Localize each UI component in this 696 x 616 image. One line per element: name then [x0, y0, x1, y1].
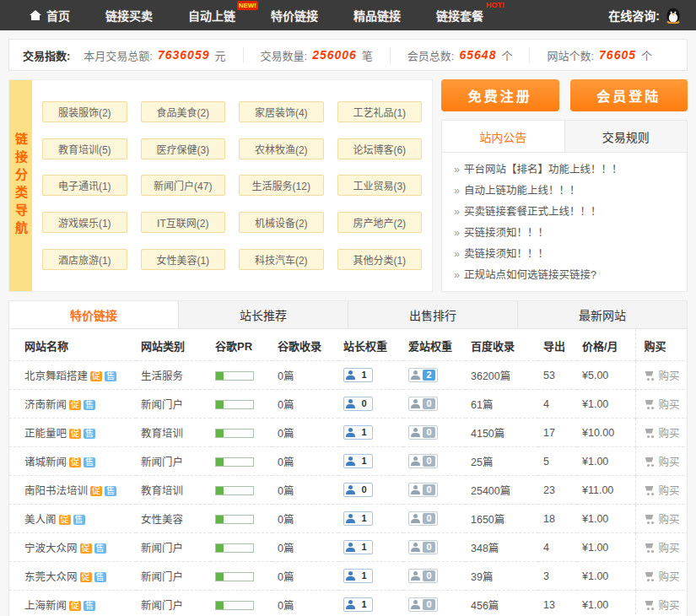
announcement-text: 平台网站【排名】功能上线！！！: [464, 164, 623, 176]
site-name-link[interactable]: 东莞大众网: [24, 571, 78, 583]
table-row: 宁波大众网促售 新闻门户 0篇 1 0 348篇 4 ¥1.00 购买: [9, 533, 688, 562]
announcement-item[interactable]: »买卖链接套餐正式上线！！！: [454, 202, 675, 223]
person-icon: [346, 485, 355, 494]
baidu-index-count: 348篇: [466, 533, 538, 562]
bullet-icon: »: [454, 185, 460, 197]
google-index-count: 0篇: [272, 447, 338, 476]
table-row: 济南新闻促售 新闻门户 0篇 0 0 61篇 4 ¥1.00 购买: [9, 390, 688, 419]
buy-label: 购买: [659, 453, 680, 469]
category-item[interactable]: 新闻门户(47): [141, 175, 226, 196]
register-button[interactable]: 免费注册: [441, 79, 559, 111]
tab-sales-ranking[interactable]: 出售排行: [348, 301, 518, 328]
buy-button[interactable]: 购买: [645, 568, 680, 584]
tab-special-links[interactable]: 特价链接: [9, 301, 179, 328]
cart-icon: [645, 600, 656, 610]
sale-badge: 售: [84, 457, 95, 467]
nav-label: 链接套餐: [436, 7, 483, 24]
site-name-link[interactable]: 正能量吧: [24, 428, 67, 440]
baidu-index-count: 36200篇: [466, 361, 538, 390]
buy-button[interactable]: 购买: [645, 511, 680, 527]
cart-icon: [645, 571, 656, 581]
person-icon: [346, 399, 355, 408]
category-item[interactable]: 工业贸易(3): [337, 175, 423, 196]
site-name-link[interactable]: 上海新闻: [24, 600, 67, 612]
online-consult-link[interactable]: 在线咨询:: [593, 0, 696, 30]
announcement-item[interactable]: »买链接须知！！！: [454, 223, 675, 244]
nav-label: 首页: [46, 7, 70, 24]
nav-item-premium-links[interactable]: 精品链接: [336, 0, 418, 30]
nav-item-special-links[interactable]: 特价链接: [253, 0, 336, 30]
buy-button[interactable]: 购买: [645, 367, 680, 383]
buy-button[interactable]: 购买: [645, 396, 680, 412]
announcement-item[interactable]: »正规站点如何选链接买链接?: [454, 265, 675, 286]
sale-badge: 售: [84, 400, 95, 410]
category-item[interactable]: 电子通讯(1): [42, 175, 127, 196]
links-table-tabs: 特价链接 站长推荐 出售排行 最新网站: [9, 301, 687, 329]
nav-label: 精品链接: [353, 7, 401, 24]
nav-item-link-trade[interactable]: 链接买卖: [88, 0, 170, 30]
nav-item-link-packages[interactable]: 链接套餐 HOT!: [418, 0, 501, 30]
nav-item-home[interactable]: 首页: [12, 0, 88, 30]
chinaz-weight-value: 1: [358, 599, 370, 610]
table-row: 北京舞蹈搭建促售 生活服务 0篇 1 2 36200篇 53 ¥5.00 购买: [9, 361, 688, 390]
category-item[interactable]: 房产地产(2): [337, 212, 423, 233]
site-name-link[interactable]: 美人阁: [24, 514, 57, 526]
category-item[interactable]: 教育培训(5): [42, 138, 127, 159]
site-name-link[interactable]: 北京舞蹈搭建: [24, 370, 88, 382]
announcement-item[interactable]: »自动上链功能上线！！！: [454, 181, 675, 202]
buy-button[interactable]: 购买: [645, 424, 680, 440]
category-item[interactable]: 科技汽车(2): [239, 249, 324, 270]
announcement-item[interactable]: »卖链接须知！！！: [454, 244, 675, 265]
buy-button[interactable]: 购买: [645, 539, 680, 555]
baidu-index-count: 1650篇: [466, 505, 538, 533]
site-name-link[interactable]: 诸城新闻: [24, 457, 67, 468]
stat-unit: 个: [501, 47, 512, 63]
google-pr-bar: [215, 486, 254, 495]
person-icon: [411, 457, 420, 466]
category-item[interactable]: 女性美容(1): [141, 249, 226, 270]
category-item[interactable]: 农林牧渔(2): [239, 138, 324, 159]
promo-badge: 促: [69, 457, 81, 467]
tab-site-announcements[interactable]: 站内公告: [442, 121, 564, 152]
col-buy: 购买: [635, 329, 688, 361]
buy-button[interactable]: 购买: [645, 453, 680, 469]
consult-label: 在线咨询:: [608, 7, 660, 24]
tab-webmaster-recommended[interactable]: 站长推荐: [179, 301, 348, 328]
category-item[interactable]: 医疗保健(3): [141, 138, 226, 159]
login-button[interactable]: 会员登陆: [570, 79, 688, 111]
promo-badge: 促: [80, 543, 92, 554]
aizhan-weight-value: 0: [423, 542, 435, 553]
category-item[interactable]: 服装服饰(2): [42, 101, 127, 122]
site-name-link[interactable]: 济南新闻: [24, 399, 67, 411]
announcement-item[interactable]: »平台网站【排名】功能上线！！！: [454, 159, 675, 181]
buy-button[interactable]: 购买: [645, 597, 680, 613]
category-item[interactable]: 论坛博客(6): [337, 138, 423, 159]
category-item[interactable]: 机械设备(2): [239, 212, 324, 233]
category-item[interactable]: IT互联网(2): [141, 212, 226, 233]
category-item[interactable]: 其他分类(1): [337, 249, 423, 270]
person-icon: [346, 428, 355, 437]
category-item[interactable]: 酒店旅游(1): [42, 249, 127, 270]
nav-label: 特价链接: [271, 7, 318, 24]
category-item[interactable]: 工艺礼品(1): [337, 101, 423, 122]
google-pr-fill: [216, 458, 224, 466]
tab-newest-sites[interactable]: 最新网站: [518, 301, 687, 328]
nav-item-auto-link[interactable]: 自动上链 NEW!: [170, 0, 253, 30]
table-row: 上海新闻促售 新闻门户 0篇 1 0 456篇 13 ¥1.00 购买: [9, 591, 688, 616]
tab-trade-rules[interactable]: 交易规则: [564, 121, 688, 152]
site-name-link[interactable]: 南阳书法培训: [24, 485, 88, 497]
site-category: 新闻门户: [136, 591, 210, 616]
announcement-text: 买卖链接套餐正式上线！！！: [464, 206, 602, 218]
site-name-link[interactable]: 宁波大众网: [24, 543, 78, 554]
category-item[interactable]: 游戏娱乐(1): [42, 212, 127, 233]
category-item[interactable]: 生活服务(12): [239, 175, 324, 196]
table-row: 诸城新闻促售 新闻门户 0篇 1 0 25篇 5 ¥1.00 购买: [9, 447, 688, 476]
buy-button[interactable]: 购买: [645, 482, 680, 498]
category-item[interactable]: 家居装饰(4): [239, 101, 324, 122]
home-icon: [30, 10, 41, 20]
aizhan-weight-value: 0: [423, 427, 435, 438]
stats-title: 交易指数:: [23, 47, 70, 63]
col-chinaz-weight: 站长权重: [338, 329, 403, 361]
category-item[interactable]: 食品美食(2): [141, 101, 226, 122]
outbound-links: 4: [538, 390, 577, 419]
